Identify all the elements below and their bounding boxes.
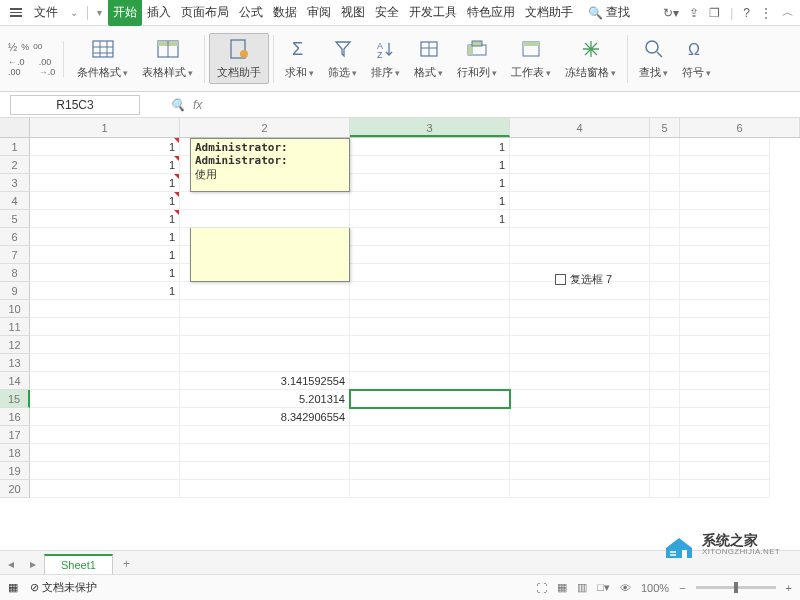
- row-header[interactable]: 8: [0, 264, 30, 282]
- layout-icon[interactable]: ▦: [8, 581, 18, 594]
- cell[interactable]: [180, 354, 350, 372]
- doc-helper-button[interactable]: 文档助手: [209, 33, 269, 84]
- collapse-icon[interactable]: ︿: [782, 4, 794, 21]
- cell[interactable]: 8.342906554: [180, 408, 350, 426]
- cell[interactable]: [350, 246, 510, 264]
- cell[interactable]: 1: [350, 192, 510, 210]
- tab-start[interactable]: 开始: [108, 0, 142, 26]
- help-icon[interactable]: ?: [743, 6, 750, 20]
- cell[interactable]: [510, 318, 650, 336]
- cell[interactable]: [680, 480, 770, 498]
- cell[interactable]: [350, 228, 510, 246]
- cell[interactable]: [680, 174, 770, 192]
- tab-data[interactable]: 数据: [268, 0, 302, 26]
- cell[interactable]: [650, 228, 680, 246]
- cell[interactable]: [510, 300, 650, 318]
- cell[interactable]: [30, 300, 180, 318]
- row-header[interactable]: 7: [0, 246, 30, 264]
- cell[interactable]: [680, 300, 770, 318]
- cell[interactable]: [350, 300, 510, 318]
- cell[interactable]: [180, 336, 350, 354]
- more-icon[interactable]: ⋮: [760, 6, 772, 20]
- tab-insert[interactable]: 插入: [142, 0, 176, 26]
- tab-view[interactable]: 视图: [336, 0, 370, 26]
- cell[interactable]: [180, 444, 350, 462]
- cell[interactable]: 1: [350, 156, 510, 174]
- row-header[interactable]: 6: [0, 228, 30, 246]
- cell[interactable]: [650, 444, 680, 462]
- cell[interactable]: [30, 408, 180, 426]
- sheet-tab-1[interactable]: Sheet1: [44, 554, 113, 574]
- cell[interactable]: [680, 228, 770, 246]
- cell[interactable]: [510, 444, 650, 462]
- worksheet-button[interactable]: 工作表▾: [504, 34, 558, 83]
- hamburger-icon[interactable]: [6, 4, 26, 21]
- cell[interactable]: [650, 264, 680, 282]
- freeze-button[interactable]: 冻结窗格▾: [558, 34, 623, 83]
- row-header[interactable]: 20: [0, 480, 30, 498]
- row-header[interactable]: 14: [0, 372, 30, 390]
- cell[interactable]: [650, 192, 680, 210]
- row-header[interactable]: 16: [0, 408, 30, 426]
- col-header-3[interactable]: 3: [350, 118, 510, 137]
- cell[interactable]: [30, 480, 180, 498]
- cell[interactable]: [350, 390, 510, 408]
- row-header[interactable]: 4: [0, 192, 30, 210]
- view-normal-icon[interactable]: ▦: [557, 581, 567, 594]
- tab-security[interactable]: 安全: [370, 0, 404, 26]
- row-header[interactable]: 10: [0, 300, 30, 318]
- eye-icon[interactable]: 👁: [620, 582, 631, 594]
- cell[interactable]: [350, 372, 510, 390]
- cell[interactable]: [650, 246, 680, 264]
- tab-featured[interactable]: 特色应用: [462, 0, 520, 26]
- row-header[interactable]: 5: [0, 210, 30, 228]
- cell[interactable]: [650, 174, 680, 192]
- view-reading-icon[interactable]: □▾: [597, 581, 610, 594]
- cell[interactable]: [30, 426, 180, 444]
- cell[interactable]: [180, 426, 350, 444]
- cell[interactable]: 1: [30, 264, 180, 282]
- rowcol-button[interactable]: 行和列▾: [450, 34, 504, 83]
- cell[interactable]: [650, 372, 680, 390]
- cell[interactable]: [350, 264, 510, 282]
- cell[interactable]: 1: [30, 138, 180, 156]
- cell[interactable]: [680, 426, 770, 444]
- row-header[interactable]: 2: [0, 156, 30, 174]
- zoom-out-icon[interactable]: −: [679, 582, 685, 594]
- fullscreen-icon[interactable]: ⛶: [536, 582, 547, 594]
- zoom-in-icon[interactable]: +: [786, 582, 792, 594]
- cell[interactable]: 1: [30, 174, 180, 192]
- cell[interactable]: 1: [350, 210, 510, 228]
- row-header[interactable]: 11: [0, 318, 30, 336]
- cell[interactable]: [180, 462, 350, 480]
- cell[interactable]: [350, 426, 510, 444]
- cell[interactable]: [30, 354, 180, 372]
- col-header-5[interactable]: 5: [650, 118, 680, 137]
- symbol-button[interactable]: Ω 符号▾: [675, 34, 718, 83]
- cell[interactable]: [510, 426, 650, 444]
- sort-button[interactable]: AZ 排序▾: [364, 34, 407, 83]
- cell[interactable]: [180, 300, 350, 318]
- cell[interactable]: [30, 390, 180, 408]
- row-header[interactable]: 15: [0, 390, 30, 408]
- cell[interactable]: [350, 282, 510, 300]
- zoom-slider[interactable]: [696, 586, 776, 589]
- window-icon[interactable]: ❐: [709, 6, 720, 20]
- cell[interactable]: [30, 372, 180, 390]
- cell[interactable]: [680, 246, 770, 264]
- col-header-4[interactable]: 4: [510, 118, 650, 137]
- row-header[interactable]: 9: [0, 282, 30, 300]
- row-header[interactable]: 3: [0, 174, 30, 192]
- cell[interactable]: [650, 354, 680, 372]
- cell[interactable]: [350, 480, 510, 498]
- protect-status[interactable]: ⊘ 文档未保护: [30, 580, 97, 595]
- cell[interactable]: [650, 462, 680, 480]
- cell[interactable]: [680, 390, 770, 408]
- cell[interactable]: [510, 210, 650, 228]
- cell[interactable]: [680, 138, 770, 156]
- qat-dropdown-icon[interactable]: ▾: [93, 4, 106, 21]
- sum-button[interactable]: Σ 求和▾: [278, 34, 321, 83]
- cell[interactable]: [30, 462, 180, 480]
- cell[interactable]: 1: [30, 228, 180, 246]
- zoom-value[interactable]: 100%: [641, 582, 669, 594]
